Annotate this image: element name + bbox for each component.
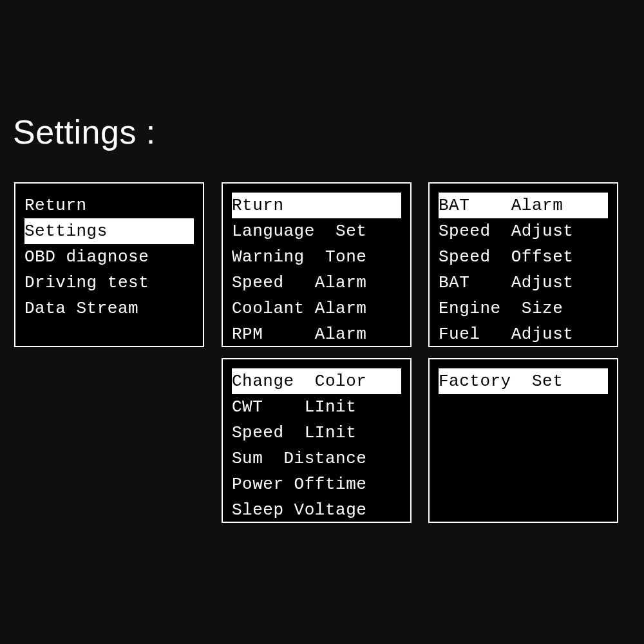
menu-item[interactable]: Change Color xyxy=(232,368,401,394)
menu-item[interactable]: Power Offtime xyxy=(232,471,401,497)
menu-item[interactable]: Speed Alarm xyxy=(232,270,401,296)
menu-item[interactable]: Sum Distance xyxy=(232,446,401,471)
menu-item[interactable]: Coolant Alarm xyxy=(232,296,401,321)
menu-item[interactable]: Return xyxy=(24,193,194,218)
menu-item[interactable]: BAT Adjust xyxy=(439,270,608,296)
menu-item[interactable]: OBD diagnose xyxy=(24,244,194,270)
menu-item[interactable]: Data Stream xyxy=(24,296,194,321)
menu-item[interactable]: BAT Alarm xyxy=(439,193,608,218)
menu-item[interactable]: Engine Size xyxy=(439,296,608,321)
menu-item[interactable]: Speed Adjust xyxy=(439,218,608,244)
menu-item[interactable]: Fuel Adjust xyxy=(439,321,608,347)
menu-item[interactable]: Sleep Voltage xyxy=(232,497,401,523)
panel-main-menu: ReturnSettingsOBD diagnoseDriving testDa… xyxy=(14,182,204,347)
menu-item[interactable]: CWT LInit xyxy=(232,394,401,420)
panel-settings-3: Change ColorCWT LInitSpeed LInitSum Dist… xyxy=(222,358,412,523)
menu-item[interactable]: Rturn xyxy=(232,193,401,218)
menu-item[interactable]: Warning Tone xyxy=(232,244,401,270)
menu-item[interactable]: Language Set xyxy=(232,218,401,244)
screen: Settings : ReturnSettingsOBD diagnoseDri… xyxy=(0,0,644,644)
menu-item[interactable]: Driving test xyxy=(24,270,194,296)
menu-item[interactable]: Speed LInit xyxy=(232,420,401,446)
panel-settings-2: BAT AlarmSpeed AdjustSpeed OffsetBAT Adj… xyxy=(428,182,618,347)
panel-settings-4: Factory Set xyxy=(428,358,618,523)
menu-item[interactable]: RPM Alarm xyxy=(232,321,401,347)
menu-item[interactable]: Factory Set xyxy=(439,368,608,394)
menu-item[interactable]: Settings xyxy=(24,218,194,244)
page-title: Settings : xyxy=(13,113,156,151)
panel-settings-1: RturnLanguage SetWarning ToneSpeed Alarm… xyxy=(222,182,412,347)
menu-item[interactable]: Speed Offset xyxy=(439,244,608,270)
